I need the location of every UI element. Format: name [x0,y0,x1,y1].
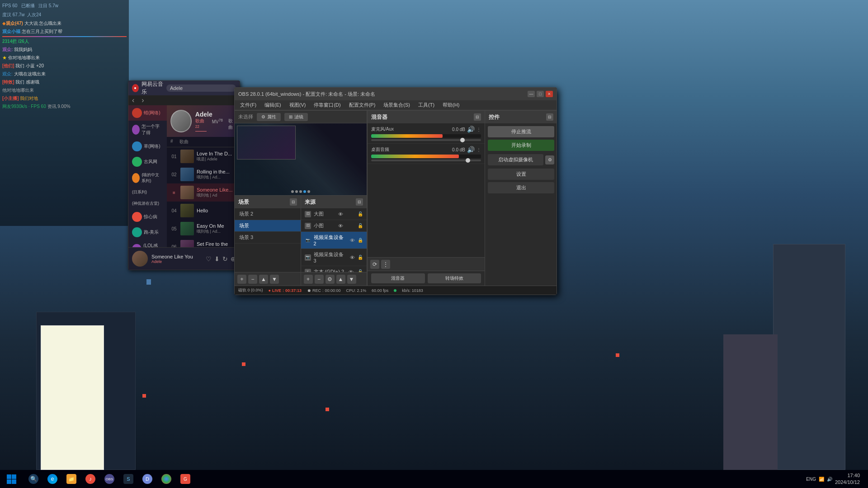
obs-virtual-camera-btn[interactable]: 启动虚拟摄像机 [488,154,543,165]
obs-exit-btn[interactable]: 退出 [488,182,554,193]
obs-source-remove-btn[interactable]: − [315,275,324,284]
obs-menu-file[interactable]: 文件(F) [236,101,260,109]
mixer-mic-slider[interactable] [371,139,481,141]
obs-virtual-camera-settings-btn[interactable]: ⚙ [545,155,554,164]
obs-close-btn[interactable]: ✕ [546,91,553,97]
obs-start-record-btn[interactable]: 开始录制 [488,140,554,151]
player-refresh-btn[interactable]: ↻ [222,255,228,263]
obs-scene-remove-btn[interactable]: − [248,275,257,284]
obs-source-up-btn[interactable]: ▲ [336,275,345,284]
netease-content: 蜡(网络) 怎一个字了得 草(网络) 古风网 (喵的中文系列) (日系列) [128,105,240,247]
mixer-mic-settings-btn[interactable]: ⋮ [476,127,481,132]
sidebar-item-0[interactable]: 蜡(网络) [128,105,167,121]
artist-tab-mv[interactable]: MV78 [212,118,223,131]
obs-scenes-expand-btn[interactable]: ⊟ [290,198,297,206]
start-button[interactable] [0,470,23,488]
song-item-5[interactable]: 05 Easy On Me 哦到地 | Ad... [167,220,240,238]
obs-scene-down-btn[interactable]: ▼ [270,275,279,284]
obs-menu-edit[interactable]: 编辑(E) [261,101,285,109]
taskbar-discord-btn[interactable]: D [138,471,156,487]
systray-lang[interactable]: ENG [806,477,816,482]
obs-scene-2[interactable]: 场景 2 [235,208,301,220]
taskbar-game1-btn[interactable]: G [176,471,194,487]
sidebar-item-7[interactable]: 惊心病 [128,209,167,225]
song-item-4[interactable]: 04 Hello [167,202,240,220]
obs-source-text2[interactable]: T 文本 (GDI+) 2 👁 🔓 [301,266,367,272]
obs-filters-btn[interactable]: ⊞ 滤镜 [284,113,308,121]
systray-volume-icon[interactable]: 🔊 [827,477,832,482]
song-item-6[interactable]: 06 Set Fire to the 哦到地| Ad [167,238,240,247]
obs-menu-tools[interactable]: 工具(T) [415,101,438,109]
netease-search-input[interactable] [166,84,236,92]
obs-properties-btn[interactable]: ⚙ 属性 [257,113,281,121]
sidebar-item-5[interactable]: (日系列) [128,187,167,198]
sidebar-item-1[interactable]: 怎一个字了得 [128,121,167,139]
sidebar-item-8[interactable]: 跑-美乐 [128,225,167,240]
mixer-desktop-slider[interactable] [371,160,481,161]
obs-settings-btn[interactable]: 设置 [488,169,554,180]
obs-maximize-btn[interactable]: □ [537,91,544,97]
taskbar-obs-btn[interactable]: OBS [100,471,118,487]
obs-scene-up-btn[interactable]: ▲ [259,275,268,284]
steam-icon: S [123,474,133,484]
song-item-2[interactable]: 02 Rolling in the... 哦到地 | Ad... [167,165,240,183]
player-download-btn[interactable]: ⬇ [214,255,220,263]
obs-menu-profile[interactable]: 配置文件(P) [345,101,379,109]
nav-back-btn[interactable]: ‹ [128,96,138,104]
obs-source-add-btn[interactable]: + [304,275,313,284]
transition-btn[interactable]: 转场特效 [428,273,481,283]
obs-controls-expand-btn[interactable]: ⊟ [546,113,553,121]
taskbar-chrome-btn[interactable] [157,471,175,487]
obs-titlebar: OBS 28.0.1 (64bit_windows) - 配置文件: 未命名 -… [235,88,557,100]
taskbar: 🔍 e 📁 ♪ OBS S D G ENG 📶 🔊 17:40 [0,470,868,488]
sidebar-item-3[interactable]: 古风网 [128,154,167,169]
mixer-btn[interactable]: 混音器 [371,273,425,283]
obs-mixer-expand-btn[interactable]: ⊟ [474,113,481,121]
obs-menu-view[interactable]: 视图(V) [286,101,310,109]
mixer-desktop-thumb[interactable] [466,158,470,163]
nav-forward-btn[interactable]: › [138,96,147,104]
player-dislike-btn[interactable]: ♡ [206,255,212,263]
obs-mixer-footer: ⟳ ⋮ [368,257,485,271]
obs-menu-help[interactable]: 帮助(H) [439,101,463,109]
obs-source-bigimg[interactable]: 🖼 大图 👁 🔓 [301,208,367,220]
obs-mixer-icon2-btn[interactable]: ⋮ [381,260,390,269]
systray-network-icon[interactable]: 📶 [819,477,824,482]
mixer-desktop-settings-btn[interactable]: ⋮ [476,147,481,152]
obs-menu-scene[interactable]: 场景集合(S) [380,101,414,109]
obs-menu-dock[interactable]: 停靠窗口(D) [310,101,344,109]
game1-icon: G [180,474,190,484]
mixer-mic-thumb[interactable] [460,138,465,142]
obs-sources-expand-btn[interactable]: ⊟ [356,198,363,206]
sidebar-item-2[interactable]: 草(网络) [128,139,167,154]
obs-source-video2[interactable]: 📷 视频采集设备 2 👁 🔒 [301,232,367,249]
obs-scene-3[interactable]: 场景 3 [235,232,301,244]
obs-mixer-icon1-btn[interactable]: ⟳ [370,260,379,269]
obs-source-smallimg[interactable]: 🖼 小图 👁 🔓 [301,220,367,232]
mixer-mic-mute-btn[interactable]: 🔊 [467,126,475,133]
taskbar-steam-btn[interactable]: S [119,471,137,487]
obs-scene-add-btn[interactable]: + [237,275,246,284]
chrome-icon [161,474,171,484]
taskbar-media-btn[interactable]: ♪ [81,471,99,487]
taskbar-search-btn[interactable]: 🔍 [24,471,42,487]
sidebar-item-6[interactable]: (神侃游在古堂) [128,198,167,209]
obs-stop-stream-btn[interactable]: 停止推流 [488,126,554,137]
sidebar-item-4[interactable]: (喵的中文系列) [128,169,167,187]
obs-source-down-btn[interactable]: ▼ [347,275,356,284]
obs-source-settings-btn[interactable]: ⚙ [326,275,335,284]
taskbar-explorer-btn[interactable]: 📁 [62,471,80,487]
obs-scene-main[interactable]: 场景 [235,220,301,232]
artist-tab-songs[interactable]: 歌曲22 [195,118,207,131]
song-item-3[interactable]: ≡ Someone Like... 哦到地 | Ad [167,183,240,202]
sidebar-item-9[interactable]: (LOL感谢) [128,240,167,247]
obs-source-video3[interactable]: 📷 视频采集设备 3 👁 🔓 [301,249,367,266]
taskbar-edge-btn[interactable]: e [43,471,61,487]
obs-minimize-btn[interactable]: — [528,91,535,97]
taskbar-clock[interactable]: 17:40 2024/10/12 [835,472,863,486]
edge-icon: e [47,474,57,484]
mixer-desktop-mute-btn[interactable]: 🔊 [467,146,475,153]
netease-player: Someone Like You Adele ♡ ⬇ ↻ ⊕ [128,247,240,270]
song-item-1[interactable]: 01 Love In The D... 哦是| Adele [167,147,240,165]
artist-avatar [170,110,192,132]
